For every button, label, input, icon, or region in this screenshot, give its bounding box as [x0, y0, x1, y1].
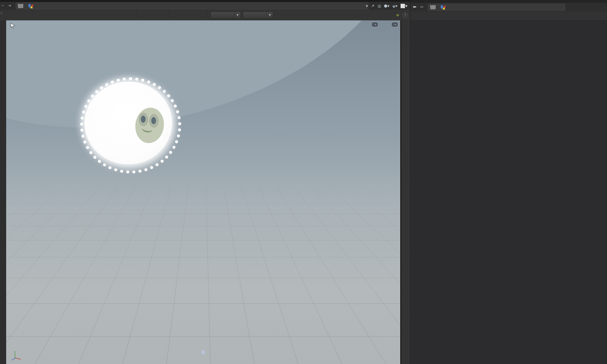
forward-arrow-icon[interactable]: ➡ [420, 4, 423, 9]
network-breadcrumb[interactable] [428, 4, 565, 11]
display-options-icon[interactable]: ≡ [395, 12, 401, 18]
obj-network-icon [430, 5, 436, 10]
pane-tab-bar [410, 0, 607, 3]
chevron-down-icon: ▼ [234, 12, 241, 18]
chevron-down-icon: ▾ [395, 24, 396, 26]
network-path-bar: ⬅ ➡ [410, 3, 607, 12]
ground-grid [6, 186, 400, 364]
net-jump-icon[interactable]: ⌖ [2, 3, 4, 8]
back-arrow-icon[interactable]: ⬅ [413, 4, 416, 9]
visibility-dropdown[interactable]: ▼ [243, 12, 273, 18]
persp-camera-button[interactable]: ▾ [371, 22, 378, 27]
left-shelf: ⠿ [0, 20, 6, 364]
network-menu-bar [410, 11, 607, 21]
shapes-icon[interactable]: ⬙▾ [392, 3, 398, 8]
network-canvas[interactable] [410, 20, 607, 364]
no-cam-button[interactable]: ▾ [391, 22, 398, 27]
grip-handle-icon[interactable]: ⠿ [0, 12, 3, 15]
character-right-eye [149, 114, 158, 128]
network-editor-pane[interactable]: ⬅ ➡ [410, 0, 607, 364]
viewport-display-strip [401, 20, 410, 364]
node-wires [410, 20, 607, 364]
obj-network-icon [18, 4, 24, 8]
radial-menu-icon[interactable]: ◎ [378, 3, 381, 8]
status-message [6, 350, 400, 354]
geometry-object-icon [28, 4, 33, 8]
help-icon[interactable]: ? [403, 13, 408, 18]
breadcrumb-dropdown-icon[interactable]: ▾ [366, 3, 368, 8]
left-path-bar: ⌖ ➜ ▾ 📌︎ ◎ ⬢▾ ⬙▾ ⬜▾ [0, 2, 410, 10]
forward-arrow-icon[interactable]: ➜ [8, 3, 11, 8]
axis-gizmo [10, 351, 24, 364]
chevron-down-icon: ▾ [375, 24, 376, 26]
geometry-object-icon [441, 5, 446, 10]
window-top-strip [0, 0, 410, 2]
pane-stow-icons: ▾ 📌︎ ◎ ⬢▾ ⬙▾ ⬜▾ [366, 2, 407, 10]
backdrop-sheet [6, 20, 400, 181]
stow-panel-icon[interactable]: ⬜▾ [400, 3, 407, 8]
pin-icon[interactable]: 📌︎ [370, 3, 375, 8]
character-left-eye [139, 113, 148, 126]
selection-mode-dropdown[interactable]: ▼ [211, 12, 241, 18]
geometry-cube-icon[interactable]: ⬢▾ [384, 3, 389, 8]
mouse-cursor [11, 23, 16, 29]
viewport-toolbar: ▼ ▼ ≡ ? [0, 10, 410, 21]
chevron-down-icon: ▼ [266, 12, 273, 18]
scene-viewport[interactable]: ▾ ▾ [6, 20, 400, 364]
breadcrumb[interactable] [16, 3, 369, 10]
